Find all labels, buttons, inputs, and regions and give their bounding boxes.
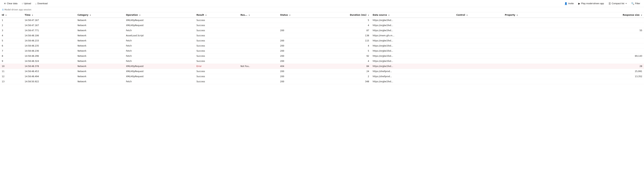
table-cell: 14:58:48.106	[23, 33, 76, 38]
invite-button[interactable]: 👤 Invite	[562, 2, 576, 6]
table-cell: XMLHttpRequest	[124, 74, 195, 79]
table-cell: 14:58:48.494	[23, 74, 76, 79]
table-cell	[454, 74, 503, 79]
table-cell: Network	[76, 79, 124, 84]
table-cell: Network	[76, 74, 124, 79]
table-row[interactable]: 414:58:48.106NetworkAssetLoad.ScriptSucc…	[0, 33, 644, 38]
col-header-resource[interactable]: Res... ∨	[239, 12, 278, 18]
table-row[interactable]: 1114:58:48.453NetworkXMLHttpRequestSucce…	[0, 69, 644, 74]
table-cell: Fetch	[124, 79, 195, 84]
table-cell: Network	[76, 23, 124, 28]
row-id-value: 1	[2, 19, 3, 22]
data-table: Id ∨ Time ∨ Category ∨ Operation ∨ Resul…	[0, 12, 644, 84]
table-cell-id: 1	[0, 18, 23, 23]
table-cell: Success	[195, 23, 239, 28]
table-cell	[587, 59, 644, 64]
sort-icon-operation: ∨	[139, 14, 140, 16]
table-cell: 200	[278, 38, 318, 43]
table-cell: https://orgbe1fed...	[371, 18, 454, 23]
table-cell: 14:58:48.296	[23, 54, 76, 59]
table-cell	[454, 43, 503, 48]
table-cell	[454, 28, 503, 33]
table-row[interactable]: 914:58:48.324NetworkFetchSuccess2004http…	[0, 59, 644, 64]
sort-icon-responsesize: ∨	[641, 14, 642, 16]
table-cell	[454, 64, 503, 69]
table-cell: https://orgbe1fed...	[371, 23, 454, 28]
table-row[interactable]: 1214:58:48.494NetworkXMLHttpRequestSucce…	[0, 74, 644, 79]
table-cell: 13,352	[587, 74, 644, 79]
table-cell	[239, 38, 278, 43]
invite-label: Invite	[568, 2, 574, 5]
table-cell	[587, 48, 644, 54]
filter-button[interactable]: 🔍 Filter	[630, 2, 642, 6]
table-cell: 404	[278, 64, 318, 69]
invite-icon: 👤	[564, 2, 567, 5]
compact-list-button[interactable]: ☰ Compact list ▾	[607, 2, 628, 6]
info-bar: ℹ Model-driven app session	[0, 7, 644, 12]
table-cell	[239, 43, 278, 48]
table-cell	[503, 79, 587, 84]
table-row[interactable]: 714:58:48.236NetworkFetchSuccess2005http…	[0, 48, 644, 54]
compact-list-label: Compact list	[612, 2, 624, 5]
table-cell	[503, 43, 587, 48]
table-cell-id: 2	[0, 23, 23, 28]
download-button[interactable]: ↓ Download	[34, 2, 49, 6]
col-header-property[interactable]: Property ∨	[503, 12, 587, 18]
col-header-category[interactable]: Category ∨	[76, 12, 124, 18]
table-cell: https://orgbe1fed...	[371, 64, 454, 69]
table-cell-id: 12	[0, 74, 23, 79]
table-cell: 14:58:48.453	[23, 69, 76, 74]
table-row[interactable]: 614:58:48.235NetworkFetchSuccess2004http…	[0, 43, 644, 48]
row-id-value: 9	[2, 60, 3, 62]
table-row[interactable]: 1014:58:48.378NetworkXMLHttpRequestError…	[0, 64, 644, 69]
table-cell	[503, 38, 587, 43]
table-cell	[503, 28, 587, 33]
table-cell	[278, 33, 318, 38]
upload-button[interactable]: ↑ Upload	[20, 2, 33, 6]
table-row[interactable]: 1314:58:50.922NetworkFetchSuccess200348h…	[0, 79, 644, 84]
row-id-value: 10	[2, 65, 4, 68]
clear-data-button[interactable]: ✕ Clear data	[2, 2, 19, 6]
col-header-duration[interactable]: Duration (ms) ∨	[318, 12, 371, 18]
table-cell: Network	[76, 64, 124, 69]
col-header-id[interactable]: Id ∨	[0, 12, 23, 18]
table-cell	[503, 48, 587, 54]
table-cell: Network	[76, 59, 124, 64]
col-header-operation[interactable]: Operation ∨	[124, 12, 195, 18]
table-cell: 115	[318, 38, 371, 43]
table-cell: 92	[318, 54, 371, 59]
sort-icon-time: ∨	[32, 14, 33, 16]
col-header-time[interactable]: Time ∨	[23, 12, 76, 18]
table-row[interactable]: 114:58:47.167NetworkXMLHttpRequestSucces…	[0, 18, 644, 23]
col-header-control[interactable]: Control ∨	[454, 12, 503, 18]
table-cell: Success	[195, 48, 239, 54]
table-cell-id: 5	[0, 38, 23, 43]
table-cell: Success	[195, 33, 239, 38]
row-id-value: 11	[2, 70, 4, 72]
play-model-button[interactable]: ▶ Play model-driven app	[576, 2, 606, 6]
table-cell: Network	[76, 69, 124, 74]
col-header-result[interactable]: Result ∨	[195, 12, 239, 18]
table-row[interactable]: 214:58:47.167NetworkXMLHttpRequestSucces…	[0, 23, 644, 28]
table-cell: Success	[195, 43, 239, 48]
table-cell	[278, 23, 318, 28]
table-cell-id: 8	[0, 54, 23, 58]
table-cell: 200	[278, 74, 318, 79]
chevron-down-icon: ▾	[626, 2, 626, 4]
table-cell-id: 9	[0, 59, 23, 64]
table-cell: 55	[587, 28, 644, 33]
compact-list-icon: ☰	[608, 2, 611, 5]
row-id-value: 7	[2, 50, 3, 52]
col-header-datasource[interactable]: Data source ∨	[371, 12, 454, 18]
table-cell	[587, 23, 644, 28]
table-row[interactable]: 314:58:47.771NetworkFetchSuccess20087htt…	[0, 28, 644, 33]
col-header-responsesize[interactable]: Response size ∨	[587, 12, 644, 18]
toolbar: ✕ Clear data ↑ Upload ↓ Download 👤 Invit…	[0, 0, 644, 7]
table-cell	[503, 59, 587, 64]
col-header-status[interactable]: Status ∨	[278, 12, 318, 18]
table-row[interactable]: 514:58:48.233NetworkFetchSuccess200115ht…	[0, 38, 644, 43]
table-cell: Not Fou..	[239, 64, 278, 69]
table-cell	[239, 18, 278, 23]
table-row[interactable]: 814:58:48.296NetworkFetchSuccess20092htt…	[0, 54, 644, 59]
table-cell: 24	[318, 69, 371, 74]
